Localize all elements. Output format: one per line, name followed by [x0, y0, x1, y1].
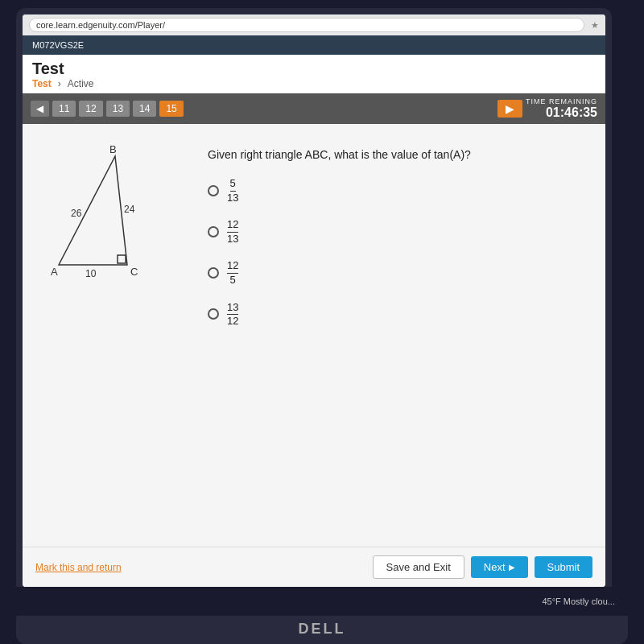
page-title: Test [32, 60, 596, 78]
question-text: Given right triangle ABC, what is the va… [208, 148, 581, 161]
radio-2[interactable] [208, 226, 219, 237]
dell-logo: DELL [16, 616, 628, 644]
breadcrumb: Test › Active [32, 78, 596, 89]
triangle-diagram: B A C 26 24 10 [47, 140, 175, 414]
nav-bar: ◀ 11 12 13 14 15 ▶ TIME REMAINING 01:46:… [23, 93, 605, 124]
denominator-2: 13 [227, 233, 238, 246]
nav-btn-13[interactable]: 13 [106, 101, 130, 117]
footer-buttons: Save and Exit Next Submit [373, 555, 592, 579]
svg-text:A: A [51, 266, 58, 278]
breadcrumb-status: Active [68, 78, 94, 89]
svg-marker-0 [59, 156, 127, 265]
svg-text:26: 26 [71, 208, 82, 219]
next-arrow-button[interactable]: ▶ [497, 100, 522, 118]
breadcrumb-test: Test [32, 78, 52, 89]
svg-text:C: C [130, 266, 138, 278]
page-title-bar: Test Test › Active [23, 55, 605, 93]
weather-info: 45°F Mostly clou... [542, 597, 615, 606]
denominator-4: 12 [227, 315, 238, 328]
numerator-2: 12 [227, 218, 238, 233]
fraction-4: 13 12 [227, 301, 238, 328]
radio-4[interactable] [208, 308, 219, 320]
course-code: M072VGS2E [32, 40, 84, 50]
answer-option-4[interactable]: 13 12 [208, 301, 581, 328]
numerator-3: 12 [227, 259, 238, 274]
prev-arrow-button[interactable]: ◀ [31, 101, 49, 117]
submit-button[interactable]: Submit [535, 556, 592, 578]
numerator-4: 13 [227, 301, 238, 316]
nav-btn-15[interactable]: 15 [159, 101, 183, 117]
answer-option-3[interactable]: 12 5 [208, 259, 581, 286]
taskbar: 45°F Mostly clou... [16, 587, 628, 616]
fraction-2: 12 13 [227, 218, 238, 245]
next-button[interactable]: Next [471, 556, 528, 578]
fraction-3: 12 5 [227, 259, 238, 286]
browser-bar: core.learn.edgenuity.com/Player/ ★ [23, 14, 605, 35]
numerator-1: 5 [230, 177, 236, 192]
nav-btn-11[interactable]: 11 [52, 101, 76, 117]
radio-1[interactable] [208, 185, 219, 196]
nav-btn-12[interactable]: 12 [79, 101, 102, 117]
app-header: M072VGS2E [23, 35, 605, 55]
denominator-1: 13 [227, 192, 238, 204]
question-area: Given right triangle ABC, what is the va… [208, 140, 581, 414]
url-display: core.learn.edgenuity.com/Player/ [29, 18, 584, 32]
denominator-3: 5 [230, 274, 236, 287]
svg-text:24: 24 [124, 204, 135, 215]
mark-return-link[interactable]: Mark this and return [35, 562, 122, 573]
main-content: B A C 26 24 10 [23, 124, 605, 430]
breadcrumb-separator: › [58, 78, 61, 89]
svg-text:10: 10 [85, 268, 97, 279]
radio-3[interactable] [208, 267, 219, 279]
svg-text:B: B [109, 143, 117, 155]
answer-option-1[interactable]: 5 13 [208, 177, 581, 204]
svg-rect-1 [118, 255, 126, 263]
fraction-1: 5 13 [227, 177, 238, 204]
save-exit-button[interactable]: Save and Exit [373, 555, 464, 579]
time-remaining: TIME REMAINING 01:46:35 [526, 97, 597, 120]
answer-option-2[interactable]: 12 13 [208, 218, 581, 245]
nav-btn-14[interactable]: 14 [133, 101, 156, 117]
star-icon: ★ [591, 20, 599, 31]
footer-bar: Mark this and return Save and Exit Next … [23, 547, 605, 587]
